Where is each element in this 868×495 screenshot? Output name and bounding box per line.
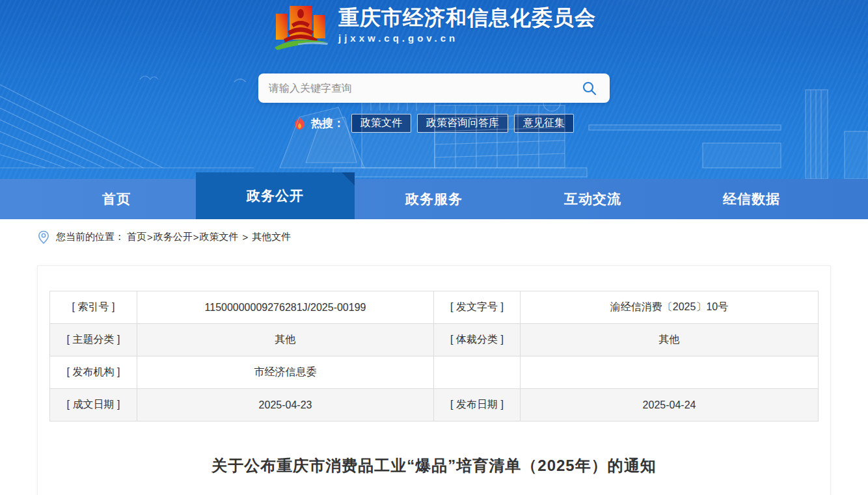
meta-label-doc-no: [ 发文字号 ] [434, 291, 521, 324]
breadcrumb-separator: > [193, 232, 199, 243]
nav-item-home[interactable]: 首页 [37, 179, 196, 219]
emblem-icon [272, 5, 329, 54]
meta-value-written-date: 2025-04-23 [137, 389, 434, 421]
meta-value-subject-category: 其他 [137, 324, 434, 356]
meta-label-empty [434, 356, 521, 389]
meta-value-publish-date: 2025-04-24 [521, 389, 819, 421]
hot-tag-policy-files[interactable]: 政策文件 [351, 114, 411, 133]
breadcrumb-separator: > [243, 232, 249, 243]
table-row: [ 索引号 ] 11500000009276281J/2025-00199 [ … [50, 291, 819, 324]
nav-item-gov-info[interactable]: 政务公开 [196, 172, 355, 219]
search-bar [258, 74, 610, 103]
breadcrumb-other-files[interactable]: 其他文件 [252, 231, 291, 243]
meta-label-written-date: [ 成文日期 ] [50, 389, 137, 421]
meta-value-empty [521, 356, 819, 389]
fire-icon [294, 116, 305, 130]
hot-search-row: 热搜： 政策文件 政策咨询问答库 意见征集 [0, 114, 868, 133]
site-url: jjxxw.cq.gov.cn [338, 33, 596, 44]
breadcrumb-gov-info[interactable]: 政务公开 [154, 231, 193, 243]
document-title: 关于公布重庆市消费品工业“爆品”培育清单（2025年）的通知 [49, 455, 819, 476]
site-logo[interactable]: 重庆市经济和信息化委员会 jjxxw.cq.gov.cn [0, 0, 868, 54]
table-row: [ 主题分类 ] 其他 [ 体裁分类 ] 其他 [50, 324, 819, 356]
main-nav: 首页 政务公开 政务服务 互动交流 经信数据 [0, 179, 868, 219]
table-row: [ 发布机构 ] 市经济信息委 [50, 356, 819, 389]
table-row: [ 成文日期 ] 2025-04-23 [ 发布日期 ] 2025-04-24 [50, 389, 819, 421]
hot-tag-policy-qa[interactable]: 政策咨询问答库 [417, 114, 508, 133]
meta-value-doc-no: 渝经信消费〔2025〕10号 [521, 291, 819, 324]
breadcrumb-policy-files[interactable]: 政策文件 [200, 231, 239, 243]
meta-value-index-no: 11500000009276281J/2025-00199 [137, 291, 434, 324]
nav-item-gov-services[interactable]: 政务服务 [355, 179, 513, 219]
meta-value-genre-category: 其他 [521, 324, 819, 356]
breadcrumb-separator: > [147, 232, 153, 243]
breadcrumb-prefix: 您当前的位置： [56, 231, 124, 243]
nav-item-interaction[interactable]: 互动交流 [513, 179, 672, 219]
search-icon [582, 81, 597, 96]
nav-item-econ-data[interactable]: 经信数据 [672, 179, 831, 219]
meta-label-subject-category: [ 主题分类 ] [50, 324, 137, 356]
search-input[interactable] [269, 83, 580, 94]
meta-label-index-no: [ 索引号 ] [50, 291, 137, 324]
hot-search-label: 热搜： [311, 116, 344, 131]
meta-label-issuing-agency: [ 发布机构 ] [50, 356, 137, 389]
meta-label-publish-date: [ 发布日期 ] [434, 389, 521, 421]
document-card: [ 索引号 ] 11500000009276281J/2025-00199 [ … [37, 265, 831, 495]
location-pin-icon [37, 230, 50, 245]
breadcrumb-home[interactable]: 首页 [127, 231, 146, 243]
hot-tag-opinion-collection[interactable]: 意见征集 [514, 114, 574, 133]
breadcrumb: 您当前的位置： 首页 > 政务公开 > 政策文件 > 其他文件 [37, 219, 831, 255]
site-header: 重庆市经济和信息化委员会 jjxxw.cq.gov.cn 热搜： 政策文件 政策… [0, 0, 868, 219]
site-title: 重庆市经济和信息化委员会 [338, 5, 596, 31]
search-button[interactable] [580, 79, 599, 98]
document-meta-table: [ 索引号 ] 11500000009276281J/2025-00199 [ … [49, 291, 819, 421]
meta-value-issuing-agency: 市经济信息委 [137, 356, 434, 389]
meta-label-genre-category: [ 体裁分类 ] [434, 324, 521, 356]
